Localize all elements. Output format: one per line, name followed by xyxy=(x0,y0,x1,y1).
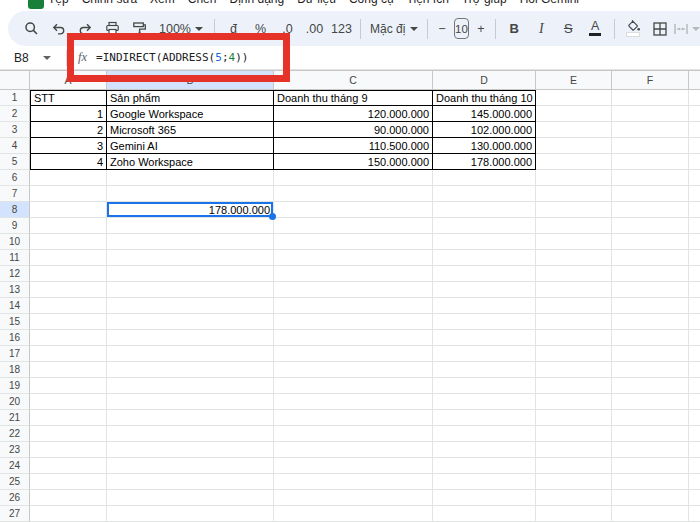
cell-C10[interactable] xyxy=(274,234,433,250)
cell-A21[interactable] xyxy=(30,410,107,426)
cell-C9[interactable] xyxy=(274,218,433,234)
cell-F3[interactable] xyxy=(612,122,689,138)
row-header-21[interactable]: 21 xyxy=(0,410,30,426)
row-header-8[interactable]: 8 xyxy=(0,202,30,218)
italic-button[interactable]: I xyxy=(528,16,555,42)
cell-A26[interactable] xyxy=(30,490,107,506)
cell-F16[interactable] xyxy=(612,330,689,346)
cell-D5[interactable]: 178.000.000 xyxy=(433,154,536,170)
cell-C4[interactable]: 110.500.000 xyxy=(274,138,433,154)
cell-partial[interactable] xyxy=(689,506,700,522)
cell-A20[interactable] xyxy=(30,394,107,410)
cell-D16[interactable] xyxy=(433,330,536,346)
cell-B2[interactable]: Google Workspace xyxy=(107,106,274,122)
text-color-button[interactable]: A xyxy=(582,16,609,42)
cell-D1[interactable]: Doanh thu tháng 10 xyxy=(433,90,536,106)
row-header-10[interactable]: 10 xyxy=(0,234,30,250)
cell-C8[interactable] xyxy=(274,202,433,218)
cell-D18[interactable] xyxy=(433,362,536,378)
row-header-26[interactable]: 26 xyxy=(0,490,30,506)
cell-D4[interactable]: 130.000.000 xyxy=(433,138,536,154)
row-header-17[interactable]: 17 xyxy=(0,346,30,362)
cell-A18[interactable] xyxy=(30,362,107,378)
menu-edit[interactable]: Chỉnh sửa xyxy=(82,0,137,7)
cell-E21[interactable] xyxy=(536,410,612,426)
cell-partial[interactable] xyxy=(689,298,700,314)
cell-A25[interactable] xyxy=(30,474,107,490)
bold-button[interactable]: B xyxy=(501,16,528,42)
row-header-11[interactable]: 11 xyxy=(0,250,30,266)
row-header-5[interactable]: 5 xyxy=(0,154,30,170)
redo-icon[interactable] xyxy=(72,16,99,42)
cell-A8[interactable] xyxy=(30,202,107,218)
cell-A9[interactable] xyxy=(30,218,107,234)
cell-F20[interactable] xyxy=(612,394,689,410)
cell-partial[interactable] xyxy=(689,234,700,250)
cell-F6[interactable] xyxy=(612,170,689,186)
row-header-23[interactable]: 23 xyxy=(0,442,30,458)
cell-B26[interactable] xyxy=(107,490,274,506)
percent-format-button[interactable]: % xyxy=(247,16,274,42)
cell-E25[interactable] xyxy=(536,474,612,490)
cell-B23[interactable] xyxy=(107,442,274,458)
cell-E5[interactable] xyxy=(536,154,612,170)
menu-insert[interactable]: Chèn xyxy=(188,0,217,7)
cell-F23[interactable] xyxy=(612,442,689,458)
row-header-3[interactable]: 3 xyxy=(0,122,30,138)
cell-F5[interactable] xyxy=(612,154,689,170)
decrease-decimal-button[interactable]: .0 xyxy=(274,16,301,42)
cell-C3[interactable]: 90.000.000 xyxy=(274,122,433,138)
cell-partial[interactable] xyxy=(689,330,700,346)
cell-A16[interactable] xyxy=(30,330,107,346)
zoom-select[interactable]: 100% xyxy=(153,16,209,42)
fill-handle[interactable] xyxy=(269,213,276,220)
borders-button[interactable] xyxy=(647,16,674,42)
select-all-corner[interactable] xyxy=(0,71,30,90)
formula-input[interactable]: =INDIRECT(ADDRESS(5;4)) xyxy=(96,51,248,64)
cell-F9[interactable] xyxy=(612,218,689,234)
column-header-E[interactable]: E xyxy=(536,71,612,90)
cell-B4[interactable]: Gemini AI xyxy=(107,138,274,154)
cell-C26[interactable] xyxy=(274,490,433,506)
cell-F22[interactable] xyxy=(612,426,689,442)
increase-decimal-button[interactable]: .00 xyxy=(301,16,328,42)
cell-D20[interactable] xyxy=(433,394,536,410)
cell-B1[interactable]: Sản phẩm xyxy=(107,90,274,106)
row-header-7[interactable]: 7 xyxy=(0,186,30,202)
cell-F10[interactable] xyxy=(612,234,689,250)
cell-C27[interactable] xyxy=(274,506,433,522)
row-header-18[interactable]: 18 xyxy=(0,362,30,378)
cell-D13[interactable] xyxy=(433,282,536,298)
cell-partial[interactable] xyxy=(689,474,700,490)
cell-C23[interactable] xyxy=(274,442,433,458)
cell-C19[interactable] xyxy=(274,378,433,394)
merge-cells-button[interactable] xyxy=(674,16,700,42)
cell-C16[interactable] xyxy=(274,330,433,346)
cell-C13[interactable] xyxy=(274,282,433,298)
cell-F27[interactable] xyxy=(612,506,689,522)
cell-E24[interactable] xyxy=(536,458,612,474)
cell-F2[interactable] xyxy=(612,106,689,122)
cell-partial[interactable] xyxy=(689,186,700,202)
cell-B19[interactable] xyxy=(107,378,274,394)
currency-format-button[interactable]: đ xyxy=(220,16,247,42)
cell-E14[interactable] xyxy=(536,298,612,314)
font-size-input[interactable]: 10 xyxy=(454,18,469,39)
cell-D11[interactable] xyxy=(433,250,536,266)
menu-ask-gemini[interactable]: Hỏi Gemini xyxy=(520,0,579,7)
cell-F21[interactable] xyxy=(612,410,689,426)
cell-A23[interactable] xyxy=(30,442,107,458)
cell-F11[interactable] xyxy=(612,250,689,266)
cell-A13[interactable] xyxy=(30,282,107,298)
column-header-F[interactable]: F xyxy=(612,71,689,90)
cell-F18[interactable] xyxy=(612,362,689,378)
cell-B12[interactable] xyxy=(107,266,274,282)
cell-E18[interactable] xyxy=(536,362,612,378)
cell-E7[interactable] xyxy=(536,186,612,202)
row-header-15[interactable]: 15 xyxy=(0,314,30,330)
cell-C21[interactable] xyxy=(274,410,433,426)
cell-B17[interactable] xyxy=(107,346,274,362)
print-icon[interactable] xyxy=(99,16,126,42)
cell-F12[interactable] xyxy=(612,266,689,282)
cell-partial[interactable] xyxy=(689,218,700,234)
